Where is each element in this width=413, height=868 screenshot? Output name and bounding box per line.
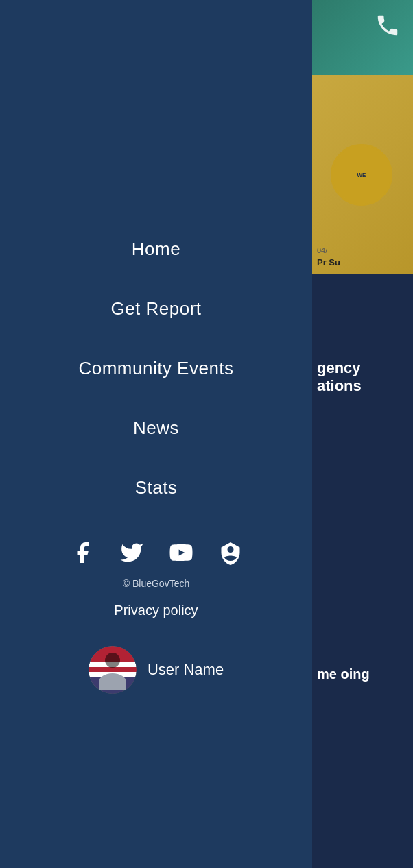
user-avatar[interactable]: [88, 646, 137, 694]
copyright-text: © BlueGovTech: [123, 578, 189, 589]
home-link[interactable]: Home: [132, 239, 180, 259]
facebook-icon: [70, 540, 95, 565]
news-link[interactable]: News: [133, 418, 179, 438]
sidebar-item-news[interactable]: News: [0, 398, 312, 458]
user-row: User Name: [88, 646, 224, 694]
right-panel: WE 04/ Pr Su gency ations me oing: [310, 0, 413, 868]
youtube-icon: [169, 540, 193, 565]
avatar-image: [88, 646, 137, 694]
sidebar: Home Get Report Community Events News St…: [0, 0, 312, 868]
seal-emblem: WE: [331, 144, 392, 206]
dark-section-1: gency ations: [310, 274, 413, 480]
badge-icon: [218, 540, 243, 565]
badge-button[interactable]: [216, 538, 245, 567]
sidebar-item-stats[interactable]: Stats: [0, 458, 312, 518]
sidebar-item-home[interactable]: Home: [0, 219, 312, 279]
sidebar-item-community-events[interactable]: Community Events: [0, 339, 312, 398]
facebook-button[interactable]: [68, 538, 97, 567]
get-report-link[interactable]: Get Report: [110, 298, 201, 319]
phone-button[interactable]: [375, 12, 401, 38]
stats-link[interactable]: Stats: [135, 477, 178, 498]
partial-text-2: me oing: [317, 664, 370, 684]
twitter-icon: [119, 540, 144, 565]
youtube-button[interactable]: [167, 538, 196, 567]
privacy-policy-link[interactable]: Privacy policy: [114, 603, 198, 618]
social-row: [68, 538, 245, 567]
community-events-link[interactable]: Community Events: [78, 358, 233, 378]
image-card-2: WE 04/ Pr Su: [310, 75, 413, 274]
bottom-section: me oing: [310, 480, 413, 868]
nav-menu: Home Get Report Community Events News St…: [0, 219, 312, 518]
user-name-label: User Name: [148, 661, 224, 679]
partial-text-1: gency ations: [317, 359, 406, 396]
sidebar-item-get-report[interactable]: Get Report: [0, 279, 312, 339]
twitter-button[interactable]: [117, 538, 146, 567]
phone-icon: [375, 12, 401, 38]
